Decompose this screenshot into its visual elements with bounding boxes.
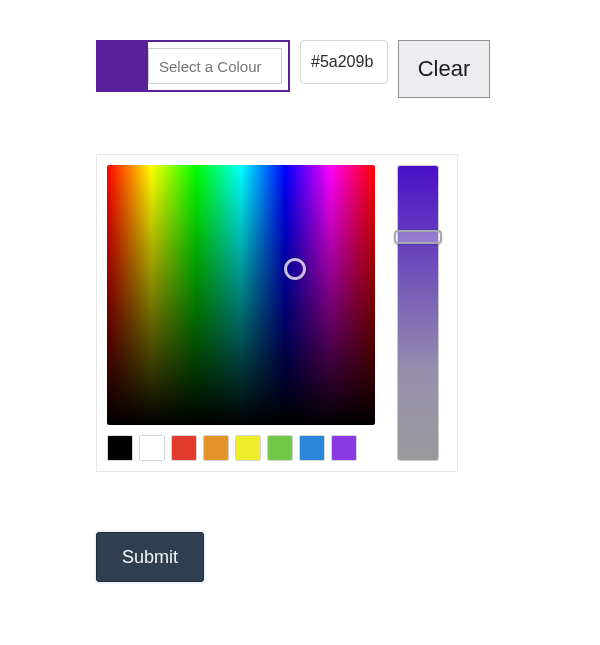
color-name-input[interactable] — [148, 48, 282, 84]
preset-swatch-yellow[interactable] — [235, 435, 261, 461]
submit-button[interactable]: Submit — [96, 532, 204, 582]
submit-row: Submit — [96, 532, 580, 582]
sv-cursor — [284, 258, 306, 280]
color-swatch-field[interactable] — [96, 40, 290, 92]
color-input-row: Clear — [96, 40, 580, 98]
hue-slider[interactable] — [397, 165, 439, 461]
saturation-value-area[interactable] — [107, 165, 375, 425]
hue-thumb[interactable] — [394, 230, 442, 244]
preset-swatch-white[interactable] — [139, 435, 165, 461]
color-picker-panel — [96, 154, 458, 472]
hex-input[interactable] — [300, 40, 388, 84]
clear-button[interactable]: Clear — [398, 40, 490, 98]
preset-swatch-row — [107, 435, 375, 461]
picker-left-column — [107, 165, 375, 461]
preset-swatch-orange[interactable] — [203, 435, 229, 461]
preset-swatch-green[interactable] — [267, 435, 293, 461]
preset-swatch-blue[interactable] — [299, 435, 325, 461]
current-color-swatch — [98, 42, 148, 90]
preset-swatch-red[interactable] — [171, 435, 197, 461]
hue-column — [397, 165, 439, 461]
preset-swatch-purple[interactable] — [331, 435, 357, 461]
preset-swatch-black[interactable] — [107, 435, 133, 461]
